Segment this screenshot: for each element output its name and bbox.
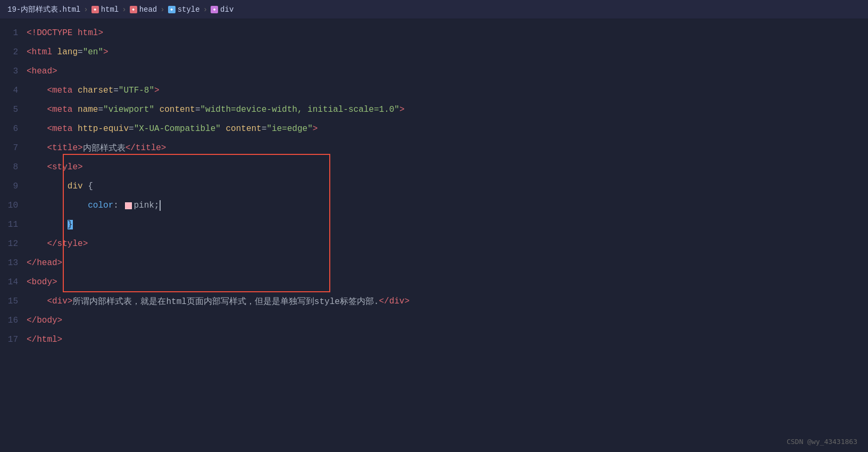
breadcrumb-style-icon: ◆ (168, 6, 176, 13)
code-line-9: 9 div { (0, 177, 868, 196)
breadcrumb-head-tag[interactable]: head (139, 5, 157, 14)
code-line-12: 12 </style> (0, 234, 868, 253)
code-line-2: 2 <html lang="en"> (0, 43, 868, 62)
breadcrumb-html-tag[interactable]: html (101, 5, 119, 14)
breadcrumb-separator-2: › (122, 5, 126, 14)
line-number-10: 10 (0, 201, 27, 210)
line-number-16: 16 (0, 316, 27, 325)
breadcrumb-div-tag[interactable]: div (220, 5, 233, 14)
breadcrumb-style-tag[interactable]: style (178, 5, 200, 14)
line-content-3: <head> (27, 67, 57, 76)
code-line-1: 1 <!DOCTYPE html> (0, 23, 868, 43)
line-number-12: 12 (0, 239, 27, 249)
breadcrumb-separator-1: › (84, 5, 88, 14)
code-line-5: 5 <meta name="viewport" content="width=d… (0, 100, 868, 119)
line-number-3: 3 (0, 67, 27, 76)
line-number-2: 2 (0, 47, 27, 57)
line-number-8: 8 (0, 162, 27, 172)
code-editor[interactable]: 1 <!DOCTYPE html> 2 <html lang="en"> 3 <… (0, 19, 868, 354)
code-line-10: 10 color: pink; (0, 196, 868, 215)
text-cursor (160, 200, 161, 211)
breadcrumb-bar: 19-内部样式表.html › ◆ html › ◆ head › ◆ styl… (0, 0, 868, 19)
line-content-17: </html> (27, 335, 62, 344)
code-line-4: 4 <meta charset="UTF-8"> (0, 81, 868, 100)
line-content-10: color: pink; (27, 200, 161, 211)
line-number-15: 15 (0, 297, 27, 306)
breadcrumb-file[interactable]: 19-内部样式表.html (7, 5, 80, 14)
line-number-9: 9 (0, 182, 27, 191)
line-number-1: 1 (0, 28, 27, 38)
line-content-5: <meta name="viewport" content="width=dev… (27, 105, 405, 114)
watermark: CSDN @wy_43431863 (787, 438, 857, 446)
line-number-14: 14 (0, 277, 27, 287)
line-content-2: <html lang="en"> (27, 47, 108, 57)
line-content-9: div { (27, 182, 93, 191)
code-line-17: 17 </html> (0, 330, 868, 349)
code-line-13: 13 </head> (0, 253, 868, 273)
breadcrumb-separator-4: › (203, 5, 207, 14)
line-content-13: </head> (27, 258, 62, 268)
line-number-6: 6 (0, 124, 27, 134)
code-line-8: 8 <style> (0, 158, 868, 177)
line-content-16: </body> (27, 316, 62, 325)
breadcrumb-separator-3: › (160, 5, 164, 14)
code-line-7: 7 <title>内部样式表</title> (0, 138, 868, 158)
line-content-14: <body> (27, 277, 57, 287)
code-line-3: 3 <head> (0, 62, 868, 81)
line-number-13: 13 (0, 258, 27, 268)
breadcrumb-html-icon: ◆ (91, 6, 99, 13)
code-line-11: 11 } (0, 215, 868, 234)
color-swatch-pink (125, 202, 132, 209)
line-content-8: <style> (27, 162, 83, 172)
line-number-7: 7 (0, 143, 27, 153)
line-number-11: 11 (0, 220, 27, 229)
line-content-15: <div>所谓内部样式表，就是在html页面内部写样式，但是是单独写到style… (27, 296, 410, 307)
line-content-4: <meta charset="UTF-8"> (27, 86, 160, 95)
code-line-14: 14 <body> (0, 273, 868, 292)
line-content-6: <meta http-equiv="X-UA-Compatible" conte… (27, 124, 318, 134)
line-content-1: <!DOCTYPE html> (27, 28, 103, 38)
line-content-11: } (27, 220, 73, 229)
code-line-16: 16 </body> (0, 311, 868, 330)
line-number-5: 5 (0, 105, 27, 114)
breadcrumb-div-icon: ◆ (211, 6, 218, 13)
line-content-7: <title>内部样式表</title> (27, 143, 166, 154)
breadcrumb-head-icon: ◆ (130, 6, 137, 13)
line-number-4: 4 (0, 86, 27, 95)
line-content-12: </style> (27, 239, 88, 249)
line-number-17: 17 (0, 335, 27, 344)
code-line-15: 15 <div>所谓内部样式表，就是在html页面内部写样式，但是是单独写到st… (0, 292, 868, 311)
code-line-6: 6 <meta http-equiv="X-UA-Compatible" con… (0, 119, 868, 138)
